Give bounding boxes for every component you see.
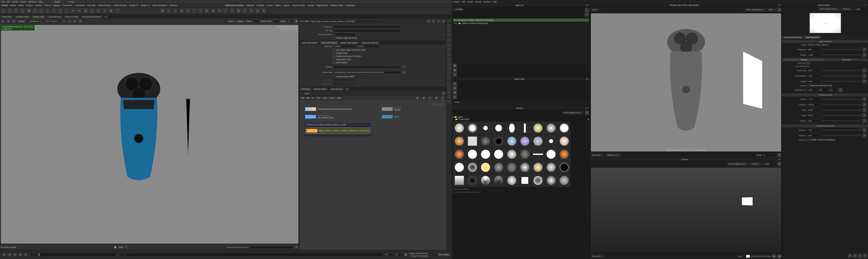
canvas-view[interactable] <box>591 167 781 253</box>
arealight-icon[interactable]: ▭ <box>172 8 178 14</box>
prop-handle-u[interactable] <box>807 129 821 132</box>
preset-13[interactable] <box>492 135 505 148</box>
mat-picker-icon[interactable]: ▸ <box>402 65 406 69</box>
preset-39[interactable] <box>479 174 492 187</box>
layout1-icon[interactable]: ▦ <box>415 96 420 100</box>
ll-t2-icon[interactable]: ▤ <box>453 68 457 72</box>
preset-21[interactable] <box>479 148 492 161</box>
cv-exposure[interactable] <box>763 163 776 165</box>
frame-input[interactable] <box>252 20 259 23</box>
lp-cs[interactable]: sRGB (rgbMonitor) ▾ <box>818 7 840 11</box>
categories-input[interactable] <box>333 25 401 28</box>
menu-render[interactable]: Render <box>12 1 19 3</box>
switcher-icon[interactable]: ⇄ <box>261 8 267 14</box>
gear2-icon[interactable]: ⚙ <box>431 19 436 24</box>
st-8[interactable] <box>447 52 451 57</box>
preset-14[interactable] <box>505 135 518 148</box>
shelf-lights[interactable]: Lights and Cameras <box>224 4 244 6</box>
menu-file[interactable]: File <box>1 1 5 3</box>
indirectlight-icon[interactable]: ↯ <box>242 8 248 14</box>
save-snap-icon[interactable]: 💾 <box>113 245 118 250</box>
preset-5[interactable] <box>505 122 518 134</box>
font-icon[interactable]: A <box>95 8 101 14</box>
preset-9[interactable] <box>558 122 570 134</box>
selfshadow-check[interactable] <box>333 61 335 64</box>
st-9[interactable] <box>447 57 451 61</box>
snap-menu-icon[interactable]: ▾ <box>294 245 299 250</box>
prop-rotation[interactable] <box>807 120 821 122</box>
menu-windows[interactable]: Windows <box>28 1 37 3</box>
tl-end2[interactable] <box>394 253 403 256</box>
preset-29[interactable] <box>466 161 479 174</box>
preset-23[interactable] <box>505 148 518 161</box>
node-hlight[interactable]: hlight_HDRLS_Medium_Softbox_Diffused_121… <box>305 128 370 134</box>
pr-colorspace[interactable]: sRGB (rgbMonitor) ▾ <box>562 111 584 114</box>
layout4-icon[interactable]: ▣ <box>434 96 438 100</box>
lp-y[interactable] <box>817 89 827 92</box>
tab-render-settings[interactable]: Render View Settings <box>782 36 804 39</box>
ll-del-icon[interactable]: − <box>585 12 589 17</box>
node-path-input[interactable] <box>309 20 382 23</box>
light-item-softbox[interactable]: 👁 ▭ ■ Medium Softbox Diffused [AreaLight… <box>453 19 589 22</box>
st-17[interactable] <box>447 95 451 99</box>
rv-colorspace[interactable]: sRGB (rgbMonitor) ▾ <box>744 8 766 11</box>
preset-33[interactable] <box>519 161 531 174</box>
spray-icon[interactable]: ∵ <box>64 8 70 14</box>
prop-width[interactable] <box>807 108 821 111</box>
rv-gear-icon[interactable]: ⚙ <box>777 7 782 12</box>
tab-motionfx[interactable]: Motion FX View <box>63 15 80 19</box>
preset-36[interactable] <box>558 161 570 174</box>
tl-play-icon[interactable]: ▶ <box>13 253 17 257</box>
preset-30[interactable] <box>479 161 492 174</box>
rv-move-dropdown[interactable]: Move (M) ▾ <box>590 154 604 157</box>
prop-dolly[interactable] <box>807 69 821 72</box>
rop-dropdown[interactable]: out/Mantra1 ▾ <box>27 20 43 23</box>
preset-45[interactable] <box>558 174 570 187</box>
fwd-icon[interactable]: → <box>303 92 305 95</box>
normalize-check[interactable] <box>333 49 335 51</box>
hmenu-help[interactable]: Help <box>493 1 497 3</box>
areasize-y[interactable] <box>356 45 379 48</box>
camvis-check[interactable] <box>807 65 809 67</box>
hmenu-create[interactable]: Create <box>467 1 473 3</box>
spline-icon[interactable]: ⁓ <box>114 8 120 14</box>
platonic-icon[interactable]: ◈ <box>70 8 76 14</box>
update-time-input[interactable] <box>273 20 279 23</box>
hmenu-canvas[interactable]: Canvas <box>475 1 482 3</box>
snap-pattern-input[interactable] <box>225 246 293 249</box>
rotate-icon[interactable]: ↻ <box>858 254 862 258</box>
st-13[interactable] <box>447 76 451 80</box>
render-geo-check[interactable] <box>333 37 335 39</box>
stereocam-icon[interactable]: ⧉ <box>248 8 254 14</box>
prop-spread[interactable] <box>807 80 821 83</box>
tab-tree-view[interactable]: Tree View <box>300 87 312 91</box>
prop-lon[interactable] <box>807 103 821 106</box>
preset-12[interactable] <box>479 135 492 148</box>
opacity-anim-icon[interactable]: ◇ <box>862 53 867 57</box>
hmenu-window[interactable]: Window <box>484 1 491 3</box>
prop-dollymult[interactable] <box>807 74 821 77</box>
advrot-check[interactable] <box>807 139 809 141</box>
prop-name[interactable] <box>807 43 848 46</box>
preset-24[interactable] <box>519 148 531 161</box>
portallight-icon[interactable]: ▣ <box>236 8 241 14</box>
stop-icon[interactable]: ■ <box>11 19 16 24</box>
reset-icon[interactable]: ⟲ <box>863 254 867 258</box>
cv-lock-icon[interactable]: 🔒 <box>772 254 776 259</box>
preset-4[interactable] <box>492 122 505 134</box>
flip-v-icon[interactable]: ⇵ <box>852 254 857 258</box>
all-channels-check[interactable] <box>409 255 411 257</box>
rv-reflection-dropdown[interactable]: Reflection (3) ▾ <box>605 154 622 157</box>
flip-h-icon[interactable]: ⇋ <box>848 254 852 258</box>
tl-frame[interactable] <box>29 253 38 256</box>
preset-tree-lights[interactable]: ▾ 📁 Lights <box>453 116 589 118</box>
render-view[interactable]: /out/mantra1/raytrace[:-1]:19:05[1] 1280… <box>1 25 298 244</box>
preset-1[interactable] <box>453 122 466 134</box>
brightness-slider[interactable] <box>822 49 861 50</box>
rv-sync-icon[interactable]: ↻ <box>777 153 782 157</box>
ambientlight-icon[interactable]: ◐ <box>204 8 210 14</box>
st-3[interactable] <box>447 28 451 33</box>
skylight-icon[interactable]: ☁ <box>185 8 191 14</box>
preset-17[interactable] <box>545 135 557 148</box>
light-item-bg[interactable]: 👁 ▭ 📁 Default Gradient Background <box>453 22 589 25</box>
